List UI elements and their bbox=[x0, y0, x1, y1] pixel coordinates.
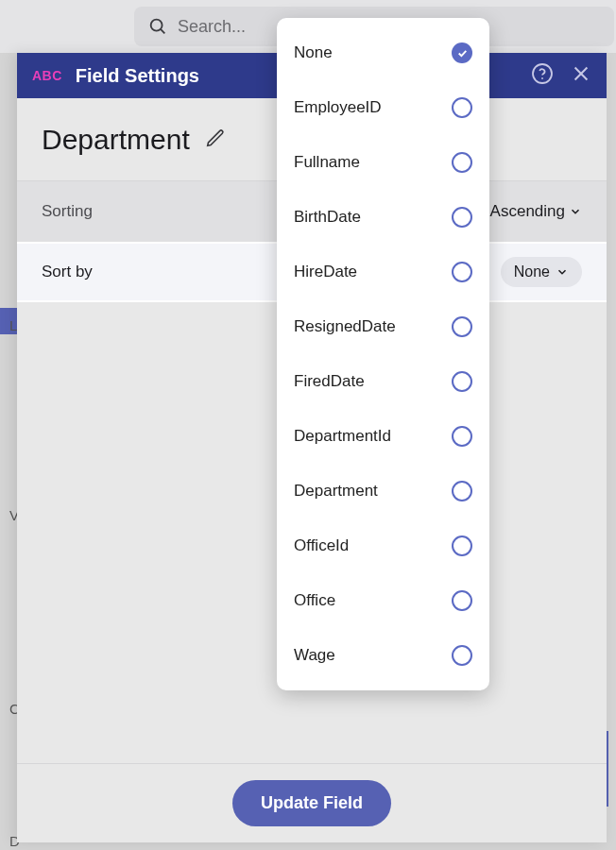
dropdown-item[interactable]: OfficeId bbox=[277, 518, 489, 573]
dropdown-item[interactable]: ResignedDate bbox=[277, 299, 489, 354]
radio-unselected-icon bbox=[452, 481, 472, 502]
field-type-badge: ABC bbox=[32, 68, 62, 83]
dropdown-item[interactable]: FiredDate bbox=[277, 354, 489, 409]
dropdown-item-label: Department bbox=[294, 482, 378, 501]
update-field-button[interactable]: Update Field bbox=[232, 780, 391, 826]
dropdown-item-label: Fullname bbox=[294, 153, 360, 172]
chevron-down-icon bbox=[556, 265, 569, 279]
dropdown-item-label: Office bbox=[294, 591, 335, 610]
dropdown-item[interactable]: Office bbox=[277, 573, 489, 628]
pencil-icon bbox=[205, 128, 226, 148]
dropdown-item-label: DepartmentId bbox=[294, 427, 391, 446]
dropdown-item[interactable]: DepartmentId bbox=[277, 409, 489, 464]
dropdown-item[interactable]: Department bbox=[277, 464, 489, 518]
close-icon bbox=[571, 63, 591, 84]
radio-unselected-icon bbox=[452, 590, 472, 611]
help-icon bbox=[531, 62, 554, 85]
dropdown-item-label: BirthDate bbox=[294, 208, 361, 227]
radio-unselected-icon bbox=[452, 316, 472, 337]
sorting-label: Sorting bbox=[42, 202, 93, 221]
help-button[interactable] bbox=[531, 62, 554, 89]
dropdown-item[interactable]: BirthDate bbox=[277, 190, 489, 245]
radio-unselected-icon bbox=[452, 371, 472, 392]
dropdown-item[interactable]: None bbox=[277, 26, 489, 80]
svg-point-0 bbox=[151, 20, 163, 31]
panel-title: Field Settings bbox=[76, 65, 199, 87]
radio-unselected-icon bbox=[452, 536, 472, 556]
close-button[interactable] bbox=[571, 63, 591, 88]
check-icon bbox=[452, 42, 472, 63]
svg-line-1 bbox=[161, 29, 164, 33]
dropdown-item-label: EmployeeID bbox=[294, 98, 382, 117]
radio-unselected-icon bbox=[452, 97, 472, 118]
dropdown-item-label: FiredDate bbox=[294, 372, 365, 391]
radio-unselected-icon bbox=[452, 645, 472, 666]
sort-direction-select[interactable]: Ascending bbox=[490, 202, 582, 221]
dropdown-item-label: HireDate bbox=[294, 263, 357, 281]
dropdown-item-label: Wage bbox=[294, 646, 335, 665]
dropdown-item-label: ResignedDate bbox=[294, 317, 396, 336]
chevron-down-icon bbox=[569, 205, 582, 218]
field-name: Department bbox=[42, 124, 190, 156]
search-icon bbox=[147, 16, 168, 37]
sort-by-label: Sort by bbox=[42, 263, 93, 281]
sort-by-dropdown: NoneEmployeeIDFullnameBirthDateHireDateR… bbox=[277, 18, 489, 690]
dropdown-item[interactable]: Wage bbox=[277, 628, 489, 683]
edit-name-button[interactable] bbox=[205, 128, 226, 152]
panel-footer: Update Field bbox=[17, 763, 607, 842]
sort-by-value: None bbox=[514, 264, 550, 280]
svg-point-3 bbox=[541, 77, 543, 79]
radio-unselected-icon bbox=[452, 207, 472, 228]
dropdown-item-label: OfficeId bbox=[294, 536, 349, 555]
dropdown-item[interactable]: Fullname bbox=[277, 135, 489, 190]
dropdown-item-label: None bbox=[294, 43, 333, 62]
sort-direction-value: Ascending bbox=[490, 202, 565, 221]
radio-unselected-icon bbox=[452, 262, 472, 282]
dropdown-item[interactable]: EmployeeID bbox=[277, 80, 489, 135]
dropdown-pointer bbox=[501, 264, 512, 283]
sort-by-select[interactable]: None bbox=[501, 257, 582, 287]
radio-unselected-icon bbox=[452, 152, 472, 173]
radio-unselected-icon bbox=[452, 426, 472, 447]
dropdown-item[interactable]: HireDate bbox=[277, 245, 489, 299]
